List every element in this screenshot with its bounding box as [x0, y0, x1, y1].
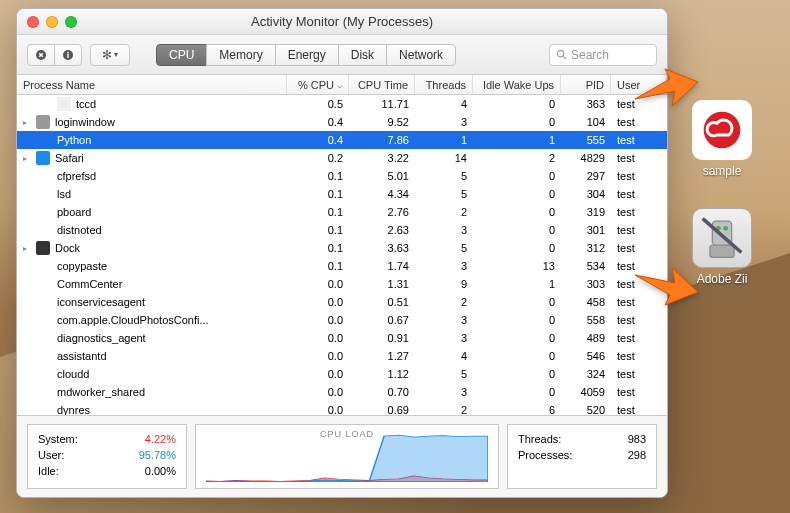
process-name: tccd	[76, 98, 96, 110]
annotation-arrow-icon	[630, 260, 700, 310]
dock-icon	[36, 241, 50, 255]
tab-network[interactable]: Network	[386, 44, 456, 66]
table-row[interactable]: mdworker_shared0.00.70304059test	[17, 383, 667, 401]
tab-energy[interactable]: Energy	[275, 44, 339, 66]
table-row[interactable]: ▸Dock0.13.6350312test	[17, 239, 667, 257]
processes-count: 298	[628, 447, 646, 463]
automator-icon	[692, 208, 752, 268]
table-header: Process Name % CPU CPU Time Threads Idle…	[17, 75, 667, 95]
process-table-body[interactable]: tccd0.511.7140363test▸loginwindow0.49.52…	[17, 95, 667, 415]
threads-count: 983	[628, 431, 646, 447]
tab-bar: CPUMemoryEnergyDiskNetwork	[156, 44, 456, 66]
table-row[interactable]: CommCenter0.01.3191303test	[17, 275, 667, 293]
counts-panel: Threads:983 Processes:298	[507, 424, 657, 489]
table-row[interactable]: ▸Safari0.23.221424829test	[17, 149, 667, 167]
table-row[interactable]: dynres0.00.6926520test	[17, 401, 667, 415]
col-cpu[interactable]: % CPU	[287, 75, 349, 94]
table-row[interactable]: iconservicesagent0.00.5120458test	[17, 293, 667, 311]
process-name: Dock	[55, 242, 80, 254]
user-percent: 95.78%	[139, 447, 176, 463]
table-row[interactable]: copypaste0.11.74313534test	[17, 257, 667, 275]
inspect-process-button[interactable]	[54, 44, 82, 66]
table-row[interactable]: lsd0.14.3450304test	[17, 185, 667, 203]
cpu-load-chart: CPU LOAD	[195, 424, 499, 489]
search-icon	[556, 49, 567, 60]
tab-disk[interactable]: Disk	[338, 44, 387, 66]
footer: System:4.22% User:95.78% Idle:0.00% CPU …	[17, 415, 667, 497]
process-name: diagnostics_agent	[57, 332, 146, 344]
svg-line-7	[563, 56, 566, 59]
process-name: pboard	[57, 206, 91, 218]
svg-point-8	[704, 112, 741, 149]
table-row[interactable]: Python0.47.8611555test	[17, 131, 667, 149]
process-name: assistantd	[57, 350, 107, 362]
cpu-stats-panel: System:4.22% User:95.78% Idle:0.00%	[27, 424, 187, 489]
table-row[interactable]: cfprefsd0.15.0150297test	[17, 167, 667, 185]
process-name: Python	[57, 134, 91, 146]
process-name: iconservicesagent	[57, 296, 145, 308]
svg-rect-4	[67, 52, 68, 53]
table-row[interactable]: assistantd0.01.2740546test	[17, 347, 667, 365]
window-title: Activity Monitor (My Processes)	[17, 14, 667, 29]
col-threads[interactable]: Threads	[415, 75, 473, 94]
table-row[interactable]: distnoted0.12.6330301test	[17, 221, 667, 239]
blank-icon	[57, 97, 71, 111]
search-input[interactable]: Search	[549, 44, 657, 66]
table-row[interactable]: cloudd0.01.1250324test	[17, 365, 667, 383]
svg-point-11	[723, 226, 728, 231]
col-cpu-time[interactable]: CPU Time	[349, 75, 415, 94]
svg-point-6	[557, 50, 563, 56]
titlebar: Activity Monitor (My Processes)	[17, 9, 667, 35]
process-name: Safari	[55, 152, 84, 164]
process-name: cloudd	[57, 368, 89, 380]
options-button[interactable]: ✻ ▾	[90, 44, 130, 66]
table-row[interactable]: tccd0.511.7140363test	[17, 95, 667, 113]
tab-cpu[interactable]: CPU	[156, 44, 207, 66]
close-icon[interactable]	[27, 16, 39, 28]
table-row[interactable]: diagnostics_agent0.00.9130489test	[17, 329, 667, 347]
table-row[interactable]: ▸loginwindow0.49.5230104test	[17, 113, 667, 131]
process-name: com.apple.CloudPhotosConfi...	[57, 314, 209, 326]
process-name: distnoted	[57, 224, 102, 236]
safari-icon	[36, 151, 50, 165]
idle-percent: 0.00%	[145, 463, 176, 479]
process-name: CommCenter	[57, 278, 122, 290]
col-idle-wake-ups[interactable]: Idle Wake Ups	[473, 75, 561, 94]
minimize-icon[interactable]	[46, 16, 58, 28]
annotation-arrow-icon	[630, 64, 700, 114]
system-percent: 4.22%	[145, 431, 176, 447]
toolbar: ✻ ▾ CPUMemoryEnergyDiskNetwork Search	[17, 35, 667, 75]
tab-memory[interactable]: Memory	[206, 44, 275, 66]
process-name: lsd	[57, 188, 71, 200]
col-pid[interactable]: PID	[561, 75, 611, 94]
gear-icon	[36, 115, 50, 129]
svg-rect-5	[67, 54, 68, 58]
table-row[interactable]: com.apple.CloudPhotosConfi...0.00.673055…	[17, 311, 667, 329]
creative-cloud-icon	[692, 100, 752, 160]
process-name: loginwindow	[55, 116, 115, 128]
zoom-icon[interactable]	[65, 16, 77, 28]
stop-process-button[interactable]	[27, 44, 55, 66]
process-name: cfprefsd	[57, 170, 96, 182]
process-name: dynres	[57, 404, 90, 415]
process-name: mdworker_shared	[57, 386, 145, 398]
process-name: copypaste	[57, 260, 107, 272]
col-process-name[interactable]: Process Name	[17, 75, 287, 94]
svg-rect-12	[710, 245, 734, 257]
table-row[interactable]: pboard0.12.7620319test	[17, 203, 667, 221]
activity-monitor-window: Activity Monitor (My Processes) ✻ ▾ CPUM…	[16, 8, 668, 498]
